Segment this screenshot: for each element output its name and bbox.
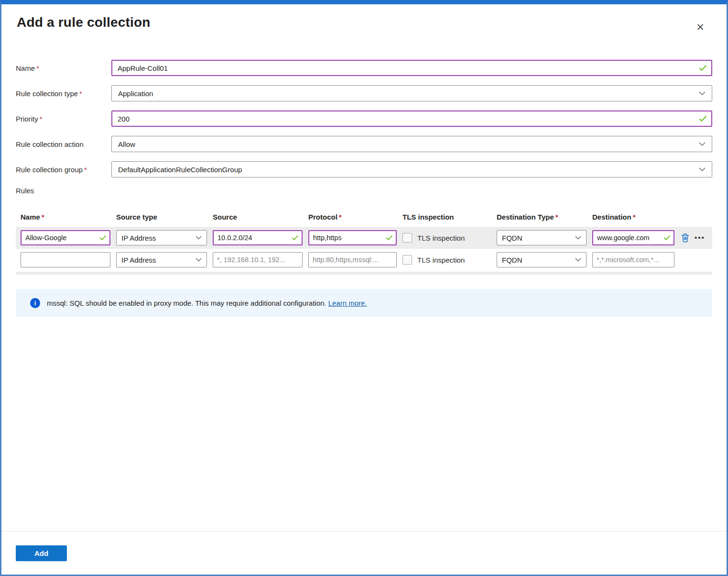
rule-source-cell — [213, 252, 303, 267]
tls-inspection-checkbox[interactable] — [402, 233, 412, 243]
required-asterisk: * — [40, 115, 43, 123]
rule-protocol-cell — [308, 230, 397, 245]
valid-check-icon — [386, 235, 393, 241]
name-field-row: Name* — [16, 60, 712, 76]
info-icon: i — [30, 298, 40, 308]
rules-table-header: Name* Source type Source Protocol* TLS i… — [16, 213, 712, 221]
rule-collection-action-label: Rule collection action — [16, 140, 111, 148]
rule-collection-type-select[interactable]: Application — [111, 85, 712, 101]
column-header-destination-type: Destination Type* — [497, 213, 587, 221]
rule-actions-cell: ••• — [680, 232, 707, 244]
valid-check-icon — [699, 116, 707, 122]
required-asterisk: * — [36, 64, 39, 72]
rule-collection-action-row: Rule collection action Allow — [16, 136, 712, 152]
select-value: FQDN — [502, 256, 522, 264]
column-header-source-type: Source type — [116, 213, 207, 221]
rule-protocol-cell — [308, 252, 397, 267]
rule-tls-cell: TLS inspection — [402, 255, 491, 265]
required-asterisk: * — [79, 89, 82, 98]
rule-row-1: IP Address TLS inspection FQDN — [16, 227, 712, 249]
select-value: DefaultApplicationRuleCollectionGroup — [118, 166, 242, 174]
add-button[interactable]: Add — [16, 545, 67, 561]
valid-check-icon — [699, 65, 707, 71]
rules-section-label: Rules — [16, 187, 712, 195]
rule-collection-action-select[interactable]: Allow — [111, 136, 712, 152]
rule-tls-cell: TLS inspection — [402, 233, 491, 243]
dialog-footer: Add — [1, 531, 727, 575]
tls-inspection-checkbox[interactable] — [402, 255, 412, 265]
tls-inspection-label: TLS inspection — [417, 256, 465, 264]
info-banner-text: mssql: SQL should be enabled in proxy mo… — [47, 299, 367, 307]
required-asterisk: * — [42, 213, 44, 221]
rule-protocol-input[interactable] — [308, 252, 397, 267]
rule-destination-cell — [592, 230, 674, 245]
close-icon: ✕ — [696, 22, 705, 33]
rule-collection-form: Name* Rule collection type* Application … — [16, 60, 712, 177]
chevron-down-icon — [699, 91, 706, 95]
page-title: Add a rule collection — [17, 15, 712, 30]
name-input-wrap — [111, 60, 712, 76]
rule-name-cell — [21, 252, 110, 267]
rule-name-cell — [21, 230, 110, 245]
chevron-down-icon — [575, 236, 581, 240]
tls-inspection-label: TLS inspection — [417, 234, 465, 242]
rule-collection-type-label: Rule collection type* — [16, 89, 111, 98]
valid-check-icon — [663, 235, 671, 241]
priority-input-wrap — [111, 111, 712, 127]
add-rule-collection-dialog: Add a rule collection ✕ Name* Rule colle… — [0, 0, 728, 576]
chevron-down-icon — [699, 142, 706, 146]
valid-check-icon — [99, 235, 107, 241]
column-header-protocol: Protocol* — [308, 213, 397, 221]
column-header-tls-inspection: TLS inspection — [402, 213, 491, 221]
close-button[interactable]: ✕ — [692, 19, 708, 35]
rule-collection-group-select[interactable]: DefaultApplicationRuleCollectionGroup — [111, 161, 712, 177]
rule-collection-type-row: Rule collection type* Application — [16, 85, 712, 101]
rule-collection-group-row: Rule collection group* DefaultApplicatio… — [16, 161, 712, 177]
more-options-button[interactable]: ••• — [694, 237, 706, 239]
valid-check-icon — [292, 235, 299, 241]
delete-rule-button[interactable] — [680, 232, 690, 244]
column-header-name: Name* — [21, 213, 110, 221]
rule-destination-input[interactable] — [592, 230, 674, 245]
rule-row-2: IP Address TLS inspection FQDN — [16, 249, 712, 271]
select-value: IP Address — [121, 234, 156, 242]
select-value: Application — [118, 89, 153, 98]
required-asterisk: * — [339, 213, 342, 221]
chevron-down-icon — [196, 258, 202, 262]
rule-name-input[interactable] — [21, 230, 110, 245]
dialog-header: Add a rule collection ✕ — [16, 15, 712, 30]
rule-source-type-select[interactable]: IP Address — [116, 252, 207, 267]
select-value: FQDN — [502, 234, 522, 242]
rule-source-input[interactable] — [213, 230, 303, 245]
required-asterisk: * — [633, 213, 636, 221]
required-asterisk: * — [84, 166, 87, 174]
chevron-down-icon — [196, 236, 202, 240]
name-label: Name* — [16, 64, 111, 72]
column-header-destination: Destination* — [592, 213, 674, 221]
rule-destination-input[interactable] — [592, 252, 674, 267]
trash-icon — [681, 237, 689, 244]
rule-source-cell — [213, 230, 303, 245]
table-bottom-divider — [16, 272, 712, 275]
priority-field-row: Priority* — [16, 111, 712, 127]
learn-more-link[interactable]: Learn more. — [328, 299, 367, 307]
rule-destination-type-select[interactable]: FQDN — [497, 230, 587, 245]
chevron-down-icon — [575, 258, 581, 262]
rules-table: Name* Source type Source Protocol* TLS i… — [16, 213, 712, 275]
info-banner: i mssql: SQL should be enabled in proxy … — [16, 289, 712, 317]
ellipsis-icon: ••• — [695, 233, 705, 242]
priority-input[interactable] — [111, 111, 712, 127]
priority-label: Priority* — [16, 115, 111, 123]
rule-source-type-select[interactable]: IP Address — [116, 230, 207, 245]
select-value: Allow — [118, 140, 135, 148]
name-input[interactable] — [111, 60, 712, 76]
rule-name-input[interactable] — [21, 252, 110, 267]
chevron-down-icon — [699, 167, 706, 171]
select-value: IP Address — [121, 256, 156, 264]
rule-protocol-input[interactable] — [308, 230, 397, 245]
rule-collection-group-label: Rule collection group* — [16, 166, 111, 174]
rule-source-input[interactable] — [213, 252, 303, 267]
rule-destination-type-select[interactable]: FQDN — [497, 252, 587, 267]
required-asterisk: * — [555, 213, 558, 221]
rule-destination-cell — [592, 252, 674, 267]
